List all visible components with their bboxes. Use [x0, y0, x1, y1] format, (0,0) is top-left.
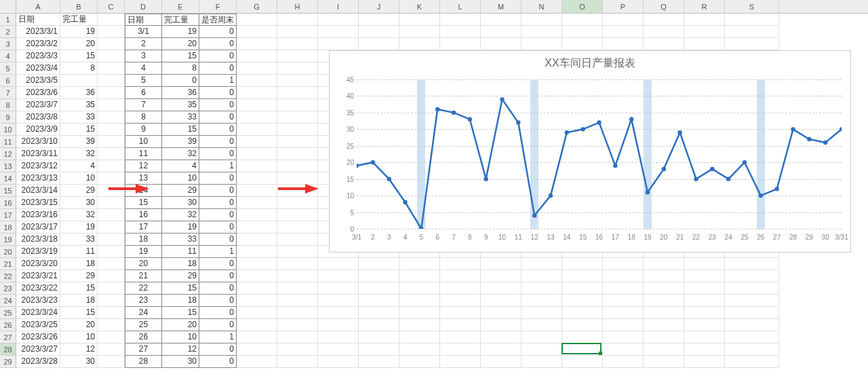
cell-A22[interactable]: 2023/3/21	[16, 270, 60, 282]
cell-H25[interactable]	[277, 307, 318, 319]
cell-B7[interactable]: 36	[60, 87, 98, 99]
cell-Q22[interactable]	[644, 270, 684, 282]
column-header-R[interactable]: R	[684, 0, 725, 13]
cell-E8[interactable]: 35	[162, 99, 199, 111]
cell-P2[interactable]	[603, 26, 644, 38]
cell-E4[interactable]: 15	[162, 50, 199, 62]
cell-S23[interactable]	[725, 282, 779, 295]
cell-E2[interactable]: 19	[162, 26, 199, 38]
cell-I28[interactable]	[318, 343, 359, 356]
cell-O23[interactable]	[562, 282, 603, 295]
cell-G4[interactable]	[237, 50, 277, 62]
cell-Q2[interactable]	[644, 26, 684, 38]
cell-B24[interactable]: 18	[60, 295, 98, 307]
cell-P22[interactable]	[603, 270, 644, 282]
cell-B23[interactable]: 15	[60, 282, 98, 295]
cell-A12[interactable]: 2023/3/11	[16, 148, 60, 160]
cell-H1[interactable]	[277, 14, 318, 26]
cell-I3[interactable]	[318, 38, 359, 50]
cell-B25[interactable]: 15	[60, 307, 98, 319]
cell-S21[interactable]	[725, 258, 779, 270]
cell-G5[interactable]	[237, 62, 277, 75]
cell-H19[interactable]	[277, 234, 318, 246]
cell-C25[interactable]	[98, 307, 125, 319]
cell-G13[interactable]	[237, 160, 277, 172]
cell-C12[interactable]	[98, 148, 125, 160]
cell-C29[interactable]	[98, 356, 125, 368]
cell-B27[interactable]: 10	[60, 331, 98, 343]
cell-R21[interactable]	[684, 258, 725, 270]
cell-E28[interactable]: 12	[162, 343, 199, 356]
cell-A26[interactable]: 2023/3/25	[16, 319, 60, 331]
cell-D3[interactable]: 2	[125, 38, 162, 50]
cell-O29[interactable]	[562, 356, 603, 368]
cell-F2[interactable]: 0	[199, 26, 237, 38]
cell-O2[interactable]	[562, 26, 603, 38]
cell-N23[interactable]	[521, 282, 562, 295]
row-header-3[interactable]: 3	[0, 38, 16, 50]
column-header-E[interactable]: E	[162, 0, 199, 13]
cell-F21[interactable]: 0	[199, 258, 237, 270]
cell-Q24[interactable]	[644, 295, 684, 307]
cell-K29[interactable]	[399, 356, 440, 368]
cell-G14[interactable]	[237, 172, 277, 185]
cell-G17[interactable]	[237, 209, 277, 221]
cell-B18[interactable]: 19	[60, 221, 98, 234]
cell-N1[interactable]	[521, 14, 562, 26]
cell-G28[interactable]	[237, 343, 277, 356]
cell-H13[interactable]	[277, 160, 318, 172]
cell-B14[interactable]: 10	[60, 172, 98, 185]
cell-B17[interactable]: 32	[60, 209, 98, 221]
cell-J2[interactable]	[359, 26, 399, 38]
column-header-D[interactable]: D	[125, 0, 162, 13]
cell-D23[interactable]: 22	[125, 282, 162, 295]
cell-P21[interactable]	[603, 258, 644, 270]
cell-G19[interactable]	[237, 234, 277, 246]
cell-M29[interactable]	[481, 356, 521, 368]
cell-S22[interactable]	[725, 270, 779, 282]
cell-R1[interactable]	[684, 14, 725, 26]
cell-F7[interactable]: 0	[199, 87, 237, 99]
cell-C3[interactable]	[98, 38, 125, 50]
cell-J1[interactable]	[359, 14, 399, 26]
cell-H6[interactable]	[277, 75, 318, 87]
cell-B11[interactable]: 39	[60, 136, 98, 148]
cell-C20[interactable]	[98, 246, 125, 258]
cell-P27[interactable]	[603, 331, 644, 343]
cell-F4[interactable]: 0	[199, 50, 237, 62]
cell-F17[interactable]: 0	[199, 209, 237, 221]
cell-L22[interactable]	[440, 270, 481, 282]
cell-H11[interactable]	[277, 136, 318, 148]
cell-F9[interactable]: 0	[199, 111, 237, 124]
row-header-16[interactable]: 16	[0, 197, 16, 209]
cell-H17[interactable]	[277, 209, 318, 221]
cell-D6[interactable]: 5	[125, 75, 162, 87]
cell-B29[interactable]: 30	[60, 356, 98, 368]
cell-H9[interactable]	[277, 111, 318, 124]
cell-K1[interactable]	[399, 14, 440, 26]
cell-L21[interactable]	[440, 258, 481, 270]
cell-Q28[interactable]	[644, 343, 684, 356]
cell-F12[interactable]: 0	[199, 148, 237, 160]
column-header-H[interactable]: H	[277, 0, 318, 13]
cell-O25[interactable]	[562, 307, 603, 319]
cell-E1[interactable]: 完工量	[162, 14, 199, 26]
cell-G3[interactable]	[237, 38, 277, 50]
cell-M1[interactable]	[481, 14, 521, 26]
cell-F18[interactable]: 0	[199, 221, 237, 234]
cell-A5[interactable]: 2023/3/4	[16, 62, 60, 75]
cell-P26[interactable]	[603, 319, 644, 331]
cell-J3[interactable]	[359, 38, 399, 50]
cell-M26[interactable]	[481, 319, 521, 331]
column-header-J[interactable]: J	[359, 0, 399, 13]
cell-M27[interactable]	[481, 331, 521, 343]
cell-M28[interactable]	[481, 343, 521, 356]
cell-J24[interactable]	[359, 295, 399, 307]
cell-R29[interactable]	[684, 356, 725, 368]
cell-C16[interactable]	[98, 197, 125, 209]
cell-G7[interactable]	[237, 87, 277, 99]
cell-D16[interactable]: 15	[125, 197, 162, 209]
row-header-10[interactable]: 10	[0, 124, 16, 136]
cell-K2[interactable]	[399, 26, 440, 38]
cell-B6[interactable]	[60, 75, 98, 87]
